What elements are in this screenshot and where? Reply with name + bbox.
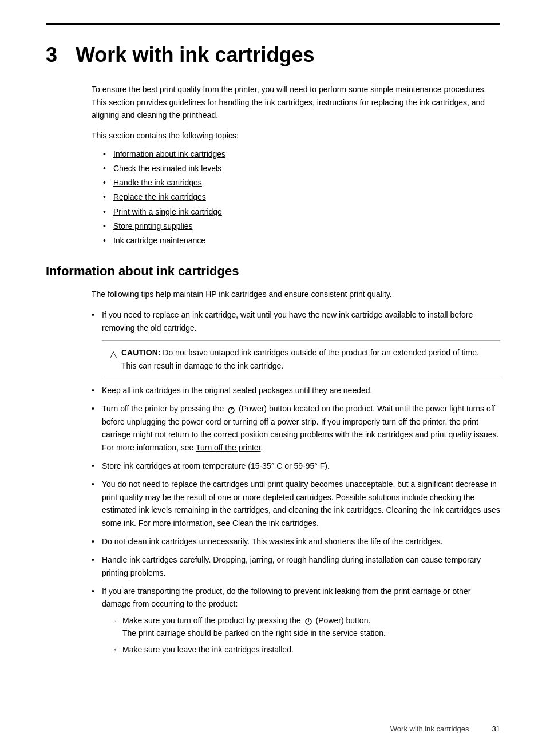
topics-label: This section contains the following topi… [92, 129, 500, 142]
clean-ink-cartridges-link[interactable]: Clean the ink cartridges [232, 518, 316, 528]
sub-bullet-list: Make sure you turn off the product by pr… [113, 614, 500, 656]
list-item: Make sure you leave the ink cartridges i… [113, 643, 500, 656]
list-item: Check the estimated ink levels [103, 161, 500, 176]
footer-label: Work with ink cartridges [390, 725, 469, 733]
topics-link-7[interactable]: Ink cartridge maintenance [113, 236, 205, 245]
bullet-text-7: Handle ink cartridges carefully. Droppin… [102, 555, 481, 577]
topics-link-6[interactable]: Store printing supplies [113, 221, 193, 231]
topics-link-2[interactable]: Check the estimated ink levels [113, 164, 221, 173]
power-icon [227, 405, 236, 414]
list-item: Store ink cartridges at room temperature… [92, 460, 500, 472]
list-item: Store printing supplies [103, 219, 500, 233]
power-icon-2 [304, 616, 313, 626]
list-item: Ink cartridge maintenance [103, 233, 500, 248]
section1-bullet-list: If you need to replace an ink cartridge,… [92, 308, 500, 656]
topics-link-1[interactable]: Information about ink cartridges [113, 149, 225, 159]
footer: Work with ink cartridges 31 [46, 725, 500, 733]
list-item: Information about ink cartridges [103, 147, 500, 161]
intro-paragraph: To ensure the best print quality from th… [92, 83, 500, 121]
bullet-text-3-before: Turn off the printer by pressing the [102, 404, 226, 413]
chapter-title-text: Work with ink cartridges [76, 43, 314, 66]
topics-link-4[interactable]: Replace the ink cartridges [113, 192, 206, 201]
bullet-text-4: Store ink cartridges at room temperature… [102, 461, 330, 470]
section1-title: Information about ink cartridges [46, 264, 500, 279]
caution-text: CAUTION: Do not leave untaped ink cartri… [121, 346, 492, 372]
topics-list: Information about ink cartridges Check t… [103, 147, 500, 248]
list-item: Do not clean ink cartridges unnecessaril… [92, 535, 500, 548]
list-item: If you need to replace an ink cartridge,… [92, 308, 500, 378]
footer-text: Work with ink cartridges 31 [390, 725, 500, 733]
topics-link-5[interactable]: Print with a single ink cartridge [113, 207, 222, 216]
list-item: Handle the ink cartridges [103, 176, 500, 190]
chapter-number: 3 [46, 43, 57, 66]
caution-icon: △ [110, 347, 117, 362]
list-item: If you are transporting the product, do … [92, 585, 500, 656]
caution-body: Do not leave untaped ink cartridges outs… [121, 348, 479, 370]
caution-label: CAUTION: [121, 348, 160, 357]
footer-page-number: 31 [492, 725, 500, 733]
list-item: Replace the ink cartridges [103, 190, 500, 204]
list-item: Print with a single ink cartridge [103, 205, 500, 219]
topics-link-3[interactable]: Handle the ink cartridges [113, 178, 202, 187]
bullet-text-5: You do not need to replace the cartridge… [102, 480, 500, 527]
section1-intro: The following tips help maintain HP ink … [92, 288, 500, 300]
list-item: You do not need to replace the cartridge… [92, 478, 500, 529]
page: 3Work with ink cartridges To ensure the … [0, 0, 546, 756]
sub-bullet-2: Make sure you leave the ink cartridges i… [122, 645, 294, 654]
sub-bullet-1: Make sure you turn off the product by pr… [122, 616, 303, 625]
caution-box: △ CAUTION: Do not leave untaped ink cart… [102, 340, 500, 378]
list-item: Turn off the printer by pressing the (Po… [92, 402, 500, 454]
chapter-title: 3Work with ink cartridges [46, 42, 500, 67]
bullet-text-2: Keep all ink cartridges in the original … [102, 386, 372, 395]
bullet-text-8: If you are transporting the product, do … [102, 587, 470, 608]
list-item: Handle ink cartridges carefully. Droppin… [92, 553, 500, 579]
bullet-text-6: Do not clean ink cartridges unnecessaril… [102, 537, 443, 546]
top-border [46, 23, 500, 25]
turn-off-printer-link[interactable]: Turn off the printer [196, 443, 261, 452]
list-item: Keep all ink cartridges in the original … [92, 384, 500, 397]
list-item: Make sure you turn off the product by pr… [113, 614, 500, 640]
bullet-text-1: If you need to replace an ink cartridge,… [102, 310, 473, 332]
